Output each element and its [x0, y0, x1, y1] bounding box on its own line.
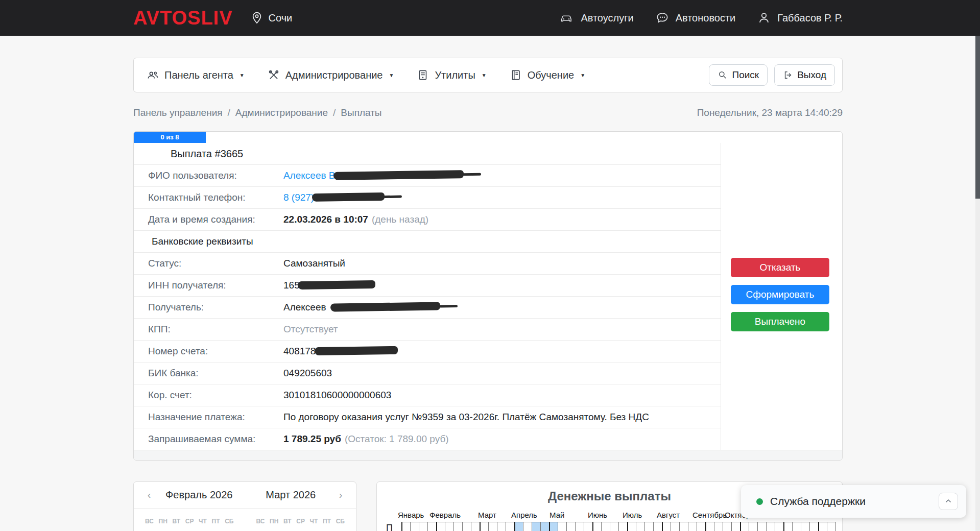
- heatmap-cell[interactable]: [549, 522, 558, 531]
- heatmap-cell[interactable]: [592, 522, 602, 531]
- fio-link[interactable]: Алексеев В: [283, 170, 336, 181]
- heatmap-cell[interactable]: [636, 522, 645, 531]
- weekday-label: ВС: [145, 518, 154, 525]
- card-footer: [134, 450, 842, 460]
- weekday-label: СР: [185, 518, 194, 525]
- nav-item-agent-panel[interactable]: Панель агента ▼: [146, 68, 245, 82]
- scrollbar-thumb[interactable]: [975, 36, 980, 199]
- month-label: Февраль: [429, 511, 461, 519]
- month-label: Июнь: [588, 511, 607, 519]
- redaction-mark: [312, 192, 385, 202]
- heatmap-cell[interactable]: [749, 522, 758, 531]
- heatmap-cell[interactable]: [783, 522, 793, 531]
- heatmap-cell[interactable]: [618, 522, 628, 531]
- phone-link[interactable]: 8 (927): [283, 192, 314, 203]
- heatmap-cell[interactable]: [662, 522, 671, 531]
- heatmap-cell[interactable]: [644, 522, 654, 531]
- chevron-down-icon: ▼: [389, 73, 394, 78]
- heatmap-cell[interactable]: [731, 522, 740, 531]
- calendar-next-icon[interactable]: ›: [337, 489, 345, 501]
- heatmap-cell[interactable]: [818, 522, 827, 531]
- nav-item-utilities[interactable]: Утилиты ▼: [416, 68, 486, 82]
- breadcrumb-item-administration[interactable]: Администрирование: [235, 107, 328, 118]
- payment-title: Выплата #3665: [134, 143, 721, 165]
- heatmap-row: [402, 522, 836, 531]
- payment-card: 0 из 8 Выплата #3665 ФИО пользователя: А…: [133, 131, 843, 461]
- search-icon: [718, 70, 728, 80]
- row-value: 1 789.25 руб: [283, 433, 341, 445]
- heatmap-cell[interactable]: [697, 522, 706, 531]
- heatmap-cell[interactable]: [801, 522, 810, 531]
- heatmap-cell[interactable]: [610, 522, 619, 531]
- heatmap-cell[interactable]: [809, 522, 819, 531]
- nav-item-label: Администрирование: [285, 69, 383, 81]
- heatmap-cell[interactable]: [688, 522, 697, 531]
- row-value-suffix: (Остаток: 1 789.00 руб): [345, 433, 449, 445]
- heatmap-cell[interactable]: [410, 522, 419, 531]
- generate-button[interactable]: Сформировать: [731, 285, 829, 304]
- calendar-card: ‹ Февраль 2026 Март 2026 › ВС ПН ВТ СР Ч…: [133, 481, 356, 531]
- heatmap-cell[interactable]: [532, 522, 541, 531]
- heatmap-cell[interactable]: [671, 522, 680, 531]
- heatmap-cell[interactable]: [679, 522, 688, 531]
- logout-button[interactable]: Выход: [774, 64, 835, 86]
- heatmap-cell[interactable]: [480, 522, 489, 531]
- heatmap-cell[interactable]: [462, 522, 471, 531]
- heatmap-cell[interactable]: [575, 522, 584, 531]
- breadcrumb-item-payouts: Выплаты: [341, 107, 381, 118]
- heatmap-cell[interactable]: [401, 522, 411, 531]
- heatmap-cell[interactable]: [775, 522, 784, 531]
- heatmap-cell[interactable]: [627, 522, 636, 531]
- heatmap-cell[interactable]: [566, 522, 576, 531]
- calendar-weekdays: ВС ПН ВТ СР ЧТ ПТ СБ ВС ПН ВТ СР ЧТ ПТ С…: [134, 518, 356, 525]
- nav-item-education[interactable]: Обучение ▼: [509, 68, 585, 82]
- heatmap-cell[interactable]: [584, 522, 593, 531]
- heatmap-cell[interactable]: [723, 522, 732, 531]
- weekday-label: ЧТ: [199, 518, 207, 525]
- top-menu-item-news[interactable]: Автоновости: [655, 11, 736, 25]
- heatmap-cell[interactable]: [514, 522, 523, 531]
- top-menu-item-profile[interactable]: Габбасов Р. Р.: [757, 11, 843, 25]
- chevron-down-icon: ▼: [240, 73, 245, 78]
- heatmap-cell[interactable]: [427, 522, 437, 531]
- paid-button[interactable]: Выплачено: [731, 312, 829, 331]
- heatmap-cell[interactable]: [558, 522, 567, 531]
- payment-title-label: Выплата #3665: [171, 148, 243, 160]
- heatmap-cell[interactable]: [740, 522, 749, 531]
- heatmap-cell[interactable]: [757, 522, 767, 531]
- heatmap-cell[interactable]: [653, 522, 662, 531]
- heatmap-cell[interactable]: [766, 522, 775, 531]
- row-label: Статус:: [134, 258, 283, 269]
- nav-item-administration[interactable]: Администрирование ▼: [267, 68, 394, 82]
- heatmap-cell[interactable]: [453, 522, 463, 531]
- table-row-status: Статус: Самозанятый: [134, 253, 721, 275]
- heatmap-cell[interactable]: [523, 522, 532, 531]
- top-menu-item-services[interactable]: Автоуслуги: [558, 11, 633, 25]
- heatmap-cell[interactable]: [445, 522, 454, 531]
- search-button-label: Поиск: [732, 69, 759, 81]
- search-button[interactable]: Поиск: [709, 64, 768, 86]
- tools-icon: [267, 68, 280, 82]
- row-label: Контактный телефон:: [134, 192, 283, 203]
- heatmap-cell[interactable]: [471, 522, 480, 531]
- reject-button[interactable]: Отказать: [731, 258, 829, 277]
- heatmap-cell[interactable]: [540, 522, 549, 531]
- heatmap-cell[interactable]: [506, 522, 515, 531]
- calendar-prev-icon[interactable]: ‹: [145, 489, 153, 501]
- row-label: Кор. счет:: [134, 390, 283, 401]
- heatmap-cell[interactable]: [601, 522, 610, 531]
- city-selector[interactable]: Сочи: [250, 11, 293, 25]
- heatmap-cell[interactable]: [488, 522, 497, 531]
- breadcrumb-item-dashboard[interactable]: Панель управления: [133, 107, 223, 118]
- heatmap-cell[interactable]: [436, 522, 445, 531]
- logo[interactable]: AVTOSLIV: [133, 7, 233, 29]
- heatmap-cell[interactable]: [827, 522, 836, 531]
- education-icon: [509, 68, 522, 82]
- heatmap-cell[interactable]: [714, 522, 723, 531]
- heatmap-cell[interactable]: [497, 522, 506, 531]
- heatmap-cell[interactable]: [705, 522, 714, 531]
- heatmap-cell[interactable]: [419, 522, 428, 531]
- support-collapse-button[interactable]: [939, 493, 958, 510]
- weekday-label: ПТ: [323, 518, 331, 525]
- heatmap-cell[interactable]: [792, 522, 801, 531]
